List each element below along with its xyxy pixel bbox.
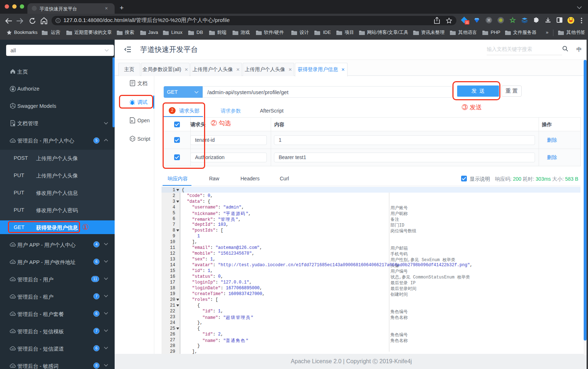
svg-text:API: API xyxy=(12,348,14,350)
svg-text:API: API xyxy=(12,365,14,367)
svg-text:API: API xyxy=(12,262,14,263)
svg-text:API: API xyxy=(12,140,14,142)
svg-text:API: API xyxy=(12,296,14,298)
svg-text:API: API xyxy=(12,279,14,281)
svg-text:API: API xyxy=(12,313,14,315)
svg-text:API: API xyxy=(12,244,14,246)
svg-text:API: API xyxy=(12,331,14,333)
